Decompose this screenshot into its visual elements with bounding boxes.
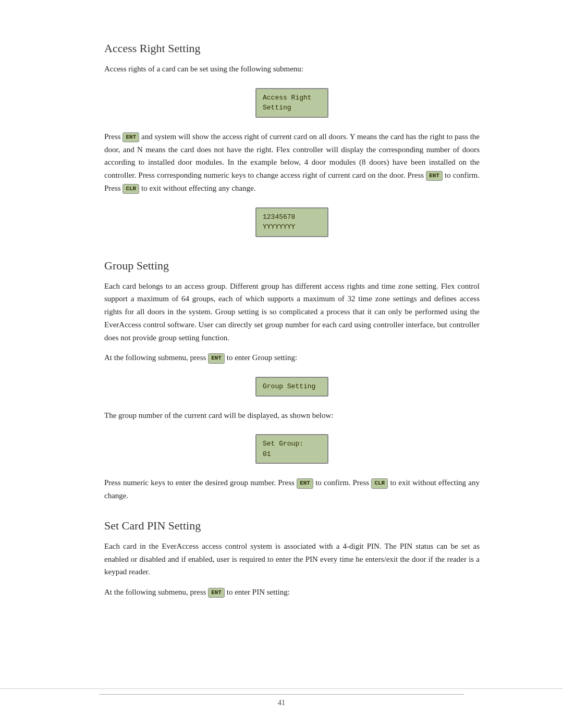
- ent-key-5: ENT: [208, 588, 225, 598]
- lcd-line2: Setting: [263, 103, 321, 113]
- group-setting-body1: Each card belongs to an access group. Di…: [104, 280, 480, 344]
- lcd-line2: YYYYYYYY: [263, 222, 321, 232]
- access-right-section: Access Right Setting Access rights of a …: [104, 42, 480, 242]
- ent-key-1: ENT: [123, 132, 139, 142]
- group-setting-title: Group Setting: [104, 259, 480, 273]
- lcd-screen-2: 12345678 YYYYYYYY: [255, 207, 328, 237]
- set-card-pin-title: Set Card PIN Setting: [104, 519, 480, 533]
- lcd-line1: 12345678: [263, 212, 321, 223]
- lcd-screen-3: Group Setting: [255, 377, 328, 397]
- lcd-access-right-menu: Access Right Setting: [104, 83, 480, 123]
- ent-key-3: ENT: [208, 353, 225, 363]
- clr-key-1: CLR: [123, 184, 139, 194]
- set-card-pin-section: Set Card PIN Setting Each card in the Ev…: [104, 519, 480, 599]
- group-setting-section: Group Setting Each card belongs to an ac…: [104, 259, 480, 502]
- lcd-access-right-display: 12345678 YYYYYYYY: [104, 202, 480, 242]
- access-right-body: Press ENT and system will show the acces…: [104, 130, 480, 195]
- footer-divider: [99, 694, 464, 695]
- group-setting-body3: Press numeric keys to enter the desired …: [104, 476, 480, 502]
- lcd-line2: 01: [263, 449, 321, 460]
- lcd-line1: Group Setting: [263, 381, 321, 392]
- lcd-screen-4: Set Group: 01: [255, 434, 328, 464]
- lcd-screen-1: Access Right Setting: [255, 88, 328, 118]
- lcd-line1: Access Right: [263, 93, 321, 103]
- access-right-title: Access Right Setting: [104, 42, 480, 55]
- access-right-intro: Access rights of a card can be set using…: [104, 63, 480, 76]
- ent-key-2: ENT: [426, 171, 443, 181]
- group-setting-body2: The group number of the current card wil…: [104, 409, 480, 422]
- group-setting-intro2: At the following submenu, press ENT to e…: [104, 351, 480, 364]
- page-footer: 41: [0, 688, 563, 707]
- lcd-line1: Set Group:: [263, 439, 321, 449]
- page: Access Right Setting Access rights of a …: [0, 0, 563, 728]
- page-number: 41: [278, 699, 285, 707]
- set-card-pin-intro2: At the following submenu, press ENT to e…: [104, 586, 480, 599]
- clr-key-2: CLR: [371, 478, 388, 488]
- lcd-set-group-display: Set Group: 01: [104, 429, 480, 469]
- set-card-pin-body1: Each card in the EverAccess access contr…: [104, 540, 480, 578]
- lcd-group-setting-menu: Group Setting: [104, 372, 480, 402]
- ent-key-4: ENT: [297, 478, 313, 488]
